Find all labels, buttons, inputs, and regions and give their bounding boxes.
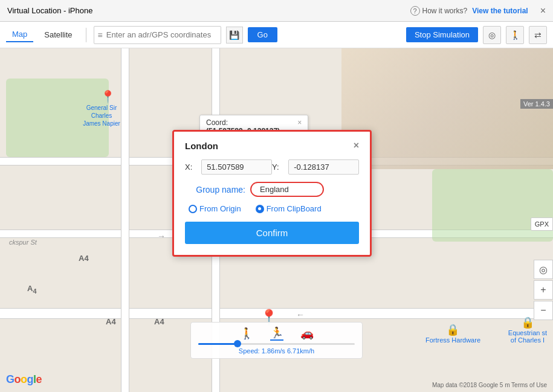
crosshair-icon-button[interactable]: ◎	[483, 26, 501, 44]
equestrian-text: Equestrian st of Charles I	[508, 329, 547, 344]
speed-slider-thumb[interactable]	[234, 340, 241, 347]
fortress-hardware-label: 🔒 Fortress Hardware	[425, 323, 480, 344]
equestrian-label: 🔒 Equestrian st of Charles I	[508, 316, 547, 344]
group-name-row: Group name:	[185, 182, 359, 197]
speed-slider-track[interactable]	[198, 343, 355, 345]
map-attribution: Map data ©2018 Google 5 m Terms of Use	[432, 382, 547, 388]
stop-simulation-button[interactable]: Stop Simulation	[406, 27, 478, 42]
run-speed-icon[interactable]: 🏃	[270, 326, 283, 341]
xy-row: X: 51.507589 Y: -0.128137	[185, 159, 359, 175]
bottom-bar: Google Map data ©2018 Google 5 m Terms o…	[0, 362, 553, 392]
car-speed-icon[interactable]: 🚗	[300, 327, 314, 340]
fortress-hardware-text: Fortress Hardware	[425, 336, 480, 344]
gsir-label: General Sir Charles James Napier	[77, 104, 126, 127]
close-button[interactable]: ×	[540, 5, 546, 16]
satellite-tab[interactable]: Satellite	[38, 28, 78, 42]
how-it-works-label: How it works?	[422, 7, 468, 15]
google-g: G	[6, 373, 15, 385]
map-tab[interactable]: Map	[6, 27, 33, 42]
road-label-a4-3: A4	[154, 317, 164, 326]
building-area	[341, 48, 553, 169]
road-arrow-4: ←	[296, 310, 305, 320]
titlebar-right: ? How it works? View the tutorial ×	[410, 5, 546, 16]
go-button[interactable]: Go	[248, 27, 277, 42]
group-input-wrapper	[250, 182, 324, 197]
group-name-label: Group name:	[185, 185, 245, 194]
y-label: Y:	[272, 162, 288, 172]
google-e: e	[36, 373, 42, 385]
road-label-kspur: ckspur St	[9, 239, 37, 246]
road-label-a4-1: A4	[27, 284, 36, 295]
app-title: Virtual Location - iPhone	[7, 6, 92, 15]
map-controls: ◎ + −	[534, 260, 553, 320]
road-label-a4-2: A4	[106, 317, 116, 326]
road-arrow-1: →	[157, 231, 166, 241]
version-label: Ver 1.4.3	[520, 99, 553, 109]
toolbar-divider	[86, 28, 86, 42]
fortress-pin-icon: 🔒	[425, 323, 480, 336]
gsir-marker: 📍 General Sir Charles James Napier	[89, 89, 126, 127]
how-it-works: ? How it works?	[410, 6, 468, 16]
speed-text: Speed: 1.86m/s 6.71km/h	[239, 347, 314, 355]
from-origin-option[interactable]: From Origin	[189, 204, 241, 213]
gpx-label: GPX	[535, 220, 549, 228]
zoom-in-button[interactable]: +	[534, 280, 553, 300]
from-clipboard-radio[interactable]	[256, 205, 264, 213]
x-value: 51.507589	[201, 159, 272, 175]
close-coord-x[interactable]: ×	[297, 118, 302, 127]
google-logo: Google	[6, 373, 42, 386]
london-dialog-close[interactable]: ×	[354, 140, 359, 151]
toolbar: Map Satellite ≡ 💾 Go Stop Simulation ◎ 🚶…	[0, 22, 553, 48]
walk-icon-button[interactable]: 🚶	[506, 26, 524, 44]
x-label: X:	[185, 162, 201, 172]
map-pin-gsir: 📍	[89, 89, 126, 104]
speed-bar: 🚶 🏃 🚗 Speed: 1.86m/s 6.71km/h	[190, 322, 363, 359]
group-name-input[interactable]	[260, 185, 314, 194]
address-input[interactable]	[106, 30, 217, 39]
london-dialog-header: London ×	[185, 140, 359, 151]
london-dialog-title: London	[185, 141, 218, 151]
google-g2: g	[27, 373, 34, 385]
view-tutorial-link[interactable]: View the tutorial	[472, 7, 528, 15]
radio-row: From Origin From ClipBoard	[185, 204, 359, 213]
google-o: o	[15, 373, 21, 385]
walk-speed-icon[interactable]: 🚶	[240, 327, 253, 340]
address-bar: ≡	[94, 26, 221, 44]
from-origin-radio[interactable]	[189, 205, 197, 213]
from-clipboard-option[interactable]: From ClipBoard	[256, 204, 322, 213]
speed-slider-fill	[198, 343, 238, 345]
y-value: -0.128137	[288, 159, 359, 175]
equestrian-pin-icon: 🔒	[508, 316, 547, 329]
speed-icons: 🚶 🏃 🚗	[240, 326, 314, 341]
list-icon: ≡	[98, 30, 103, 40]
gpx-button[interactable]: GPX	[531, 217, 553, 231]
google-o2: o	[21, 373, 27, 385]
shuffle-icon-button[interactable]: ⇄	[529, 26, 547, 44]
crosshair-map-button[interactable]: ◎	[534, 260, 553, 279]
road-label-a4-4: A4	[79, 254, 89, 263]
green-area-2	[432, 169, 553, 242]
titlebar: Virtual Location - iPhone ? How it works…	[0, 0, 553, 22]
save-button[interactable]: 💾	[226, 27, 243, 43]
london-dialog: London × X: 51.507589 Y: -0.128137 Group…	[172, 130, 372, 257]
question-icon: ?	[410, 6, 420, 16]
confirm-button[interactable]: Confirm	[185, 222, 359, 244]
from-origin-label: From Origin	[199, 204, 241, 213]
from-clipboard-label: From ClipBoard	[267, 204, 322, 213]
